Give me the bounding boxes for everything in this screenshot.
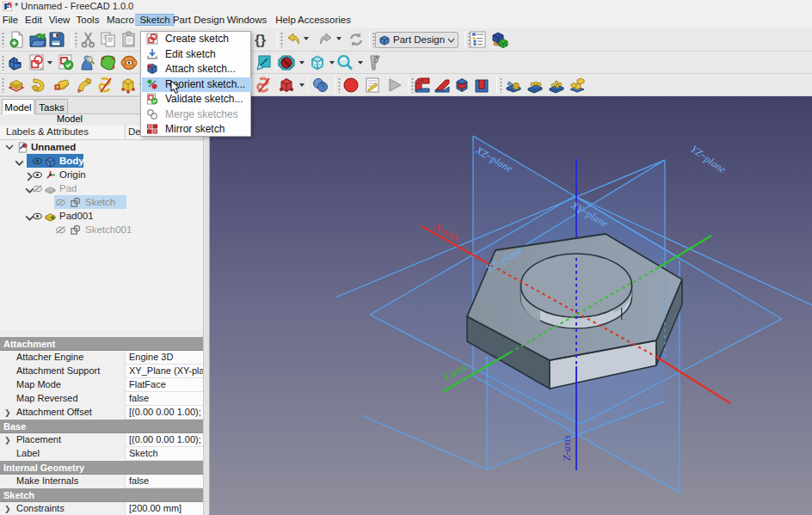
svg-text:{}: {} — [255, 32, 267, 48]
svg-text:Z-axis: Z-axis — [561, 435, 573, 461]
